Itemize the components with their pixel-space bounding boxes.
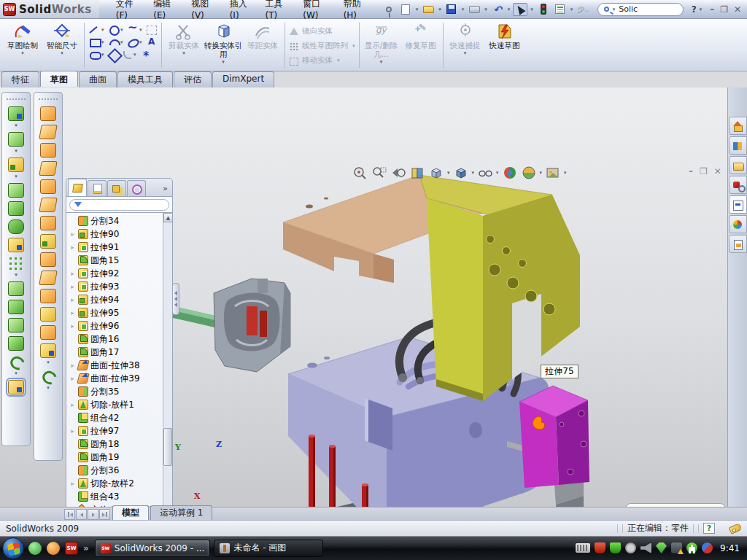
solidworks-search-tab[interactable] — [729, 176, 747, 194]
taskbar-window-solidworks[interactable]: SW SolidWorks 2009 - ... — [95, 540, 211, 557]
expand-arrow-icon[interactable] — [69, 283, 76, 290]
tree-item[interactable]: 拉伸97 — [66, 424, 163, 438]
slot-dropdown-arrow[interactable]: ▾ — [101, 52, 107, 58]
view-palette-tab[interactable] — [729, 195, 747, 214]
extruded-boss-icon[interactable] — [8, 106, 24, 121]
swept-surface-icon[interactable] — [40, 143, 56, 158]
previous-view-icon[interactable] — [390, 166, 406, 180]
search-box[interactable]: ▾ Solic — [597, 3, 684, 16]
green-shield-icon[interactable] — [610, 542, 621, 553]
apply-scene-icon[interactable] — [521, 166, 537, 180]
sketch-fillet-tool-icon[interactable] — [120, 49, 133, 60]
tree-item[interactable]: 拉伸91 — [66, 241, 163, 254]
rectangle-dropdown-arrow[interactable]: ▾ — [101, 39, 107, 45]
dimxpertmanager-tab[interactable] — [127, 180, 146, 196]
display-style-dropdown-arrow[interactable]: ▾ — [472, 170, 475, 176]
tree-item[interactable]: 曲面-拉伸38 — [66, 359, 163, 372]
menu-window[interactable]: 窗口(W) — [296, 0, 335, 23]
point-tool-icon[interactable] — [139, 49, 152, 60]
print-button[interactable] — [467, 3, 481, 16]
save-button[interactable] — [444, 3, 459, 16]
expand-arrow-icon[interactable] — [69, 244, 76, 251]
linear-pattern-dropdown-arrow[interactable]: ▾ — [352, 43, 355, 49]
menu-view[interactable]: 视图(V) — [185, 0, 221, 23]
arc-tool-icon[interactable] — [107, 36, 120, 47]
quick-snaps-button[interactable]: 快速捕捉 ▾ — [446, 21, 485, 68]
boundary-surface-icon[interactable] — [40, 179, 56, 194]
menu-insert[interactable]: 插入(I) — [223, 0, 258, 23]
spline-tool-icon[interactable] — [126, 24, 139, 35]
sketch-dropdown-arrow[interactable]: ▾ — [21, 50, 24, 56]
fillet-dropdown-arrow[interactable]: ▾ — [133, 52, 139, 58]
tag-icon[interactable] — [729, 523, 743, 534]
zoom-to-area-icon[interactable] — [371, 166, 387, 180]
apply-scene-dropdown-arrow[interactable]: ▾ — [540, 170, 543, 176]
start-button[interactable] — [2, 537, 24, 559]
display-delete-dropdown-arrow[interactable]: ▾ — [380, 59, 383, 65]
new-dropdown-arrow[interactable]: ▾ — [416, 7, 419, 12]
options-button[interactable] — [553, 3, 568, 16]
tree-item[interactable]: 圆角19 — [66, 451, 163, 464]
dropdown-arrow[interactable]: ▾ — [47, 359, 50, 365]
section-view-icon[interactable] — [409, 166, 425, 180]
dropdown-arrow[interactable]: ▾ — [15, 370, 18, 376]
blue-red-ball-icon[interactable] — [702, 542, 713, 553]
next-tab-button[interactable] — [88, 509, 98, 520]
lofted-surface-icon[interactable] — [39, 161, 58, 176]
offset-surface-icon[interactable] — [39, 198, 58, 212]
revolved-boss-icon[interactable] — [8, 132, 24, 147]
rectangle-tool-icon[interactable] — [88, 36, 101, 47]
mirror-entities-button[interactable]: 镜向实体 — [287, 24, 357, 39]
gear-icon[interactable] — [625, 542, 636, 553]
freeform-icon[interactable] — [40, 234, 56, 249]
pin-toolbar-button[interactable] — [382, 3, 396, 16]
expand-arrow-icon[interactable] — [69, 230, 76, 238]
quick-snaps-dropdown-arrow[interactable]: ▾ — [464, 50, 467, 56]
rib-icon[interactable] — [8, 300, 24, 314]
delete-face-icon[interactable] — [40, 289, 56, 303]
menu-file[interactable]: 文件(F) — [109, 0, 145, 23]
selection-box-icon[interactable] — [145, 24, 158, 35]
expand-arrow-icon[interactable] — [69, 270, 76, 277]
toolbar-grip[interactable] — [7, 98, 26, 101]
motion-study-tab[interactable]: 运动算例 1 — [150, 505, 212, 520]
options-dropdown-arrow[interactable]: ▾ — [570, 7, 573, 12]
search-input[interactable]: Solic — [619, 4, 638, 14]
view-settings-icon[interactable] — [545, 166, 561, 180]
menu-edit[interactable]: 编辑(E) — [147, 0, 183, 23]
slot-tool-icon[interactable] — [88, 49, 101, 60]
select-dropdown-arrow[interactable]: ▾ — [530, 7, 533, 12]
tree-item[interactable]: 圆角18 — [66, 438, 163, 451]
save-dropdown-arrow[interactable]: ▾ — [462, 7, 465, 12]
bent-surface-icon[interactable] — [39, 271, 58, 285]
tree-item[interactable]: 组合42 — [66, 411, 163, 424]
sketch-text-tool-icon[interactable] — [145, 36, 158, 47]
file-explorer-tab[interactable] — [729, 156, 747, 174]
gray-cavity-block-part[interactable] — [214, 279, 290, 372]
taskbar-window-paint[interactable]: 未命名 - 画图 — [214, 540, 323, 557]
move-entities-button[interactable]: 移动实体 ▾ — [287, 53, 357, 68]
tree-item[interactable]: 拉伸90 — [66, 228, 163, 241]
panel-splitter-handle[interactable] — [172, 283, 179, 315]
expand-arrow-icon[interactable] — [69, 401, 76, 408]
green-cross-icon[interactable] — [686, 542, 697, 553]
featuremanager-tree-tab[interactable] — [68, 179, 87, 196]
circle-dropdown-arrow[interactable]: ▾ — [120, 27, 125, 33]
undo-button[interactable]: ↶ — [490, 3, 505, 16]
untrim-surface-icon[interactable] — [40, 325, 56, 340]
knit-surface-icon[interactable] — [40, 343, 56, 358]
hide-show-dropdown-arrow[interactable]: ▾ — [496, 170, 499, 176]
thicken-icon[interactable] — [40, 252, 56, 267]
linear-pattern-button[interactable]: 线性草图阵列 ▾ — [287, 39, 357, 53]
draft-icon[interactable] — [8, 219, 24, 234]
help-dropdown-arrow[interactable]: ▾ — [700, 7, 703, 12]
first-tab-button[interactable] — [64, 509, 75, 520]
appearances-scenes-tab[interactable] — [729, 215, 747, 233]
open-file-button[interactable] — [421, 3, 436, 16]
toolbar-grip[interactable] — [39, 98, 58, 101]
expand-arrow-icon[interactable] — [69, 296, 76, 303]
new-file-button[interactable] — [398, 3, 413, 16]
instant3d-icon[interactable] — [8, 380, 24, 394]
tree-item[interactable]: 分割35 — [66, 385, 163, 398]
trim-dropdown-arrow[interactable]: ▾ — [182, 50, 185, 56]
